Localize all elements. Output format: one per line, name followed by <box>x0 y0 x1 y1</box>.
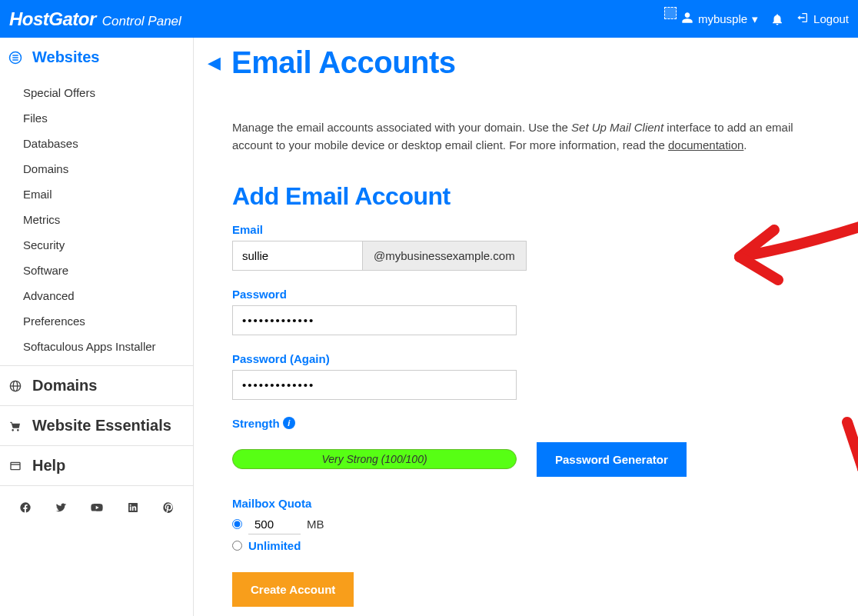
sidebar-section-essentials[interactable]: Website Essentials <box>0 406 193 445</box>
bell-icon[interactable] <box>770 12 784 26</box>
username: mybusple <box>698 12 747 25</box>
pinterest-icon[interactable] <box>162 501 175 517</box>
linkedin-icon[interactable] <box>127 501 139 517</box>
cart-icon <box>8 420 23 432</box>
intro-em: Set Up Mail Client <box>571 121 663 134</box>
sidebar-item-domains[interactable]: Domains <box>0 156 193 181</box>
quota-unlimited-label: Unlimited <box>248 539 301 552</box>
quota-radio-mb[interactable] <box>232 519 242 529</box>
strength-label-text: Strength <box>232 417 280 430</box>
sidebar-item-security[interactable]: Security <box>0 232 193 258</box>
chevron-down-icon: ▾ <box>752 12 758 26</box>
sidebar-item-advanced[interactable]: Advanced <box>0 283 193 308</box>
topbar-right: mybusple ▾ Logout <box>664 12 849 26</box>
facebook-icon[interactable] <box>19 501 32 517</box>
strength-label: Strength i <box>232 417 820 430</box>
password-generator-button[interactable]: Password Generator <box>537 442 687 477</box>
email-domain: @mybusinessexample.com <box>363 241 527 271</box>
youtube-icon[interactable] <box>90 501 104 517</box>
intro-before: Manage the email accounts associated wit… <box>232 121 571 134</box>
user-menu[interactable]: mybusple ▾ <box>664 12 758 26</box>
info-icon[interactable]: i <box>283 417 295 429</box>
sidebar-section-title: Websites <box>32 48 99 66</box>
sidebar-item-special-offers[interactable]: Special Offers <box>0 80 193 105</box>
broken-image-icon <box>664 7 677 19</box>
password-input[interactable] <box>232 305 517 335</box>
quota-unit: MB <box>307 518 324 531</box>
password-again-input[interactable] <box>232 370 517 400</box>
page-title-row: ◀ Email Accounts <box>194 38 858 83</box>
intro-after: . <box>743 138 747 152</box>
person-icon <box>681 12 693 26</box>
create-account-button[interactable]: Create Account <box>232 572 354 607</box>
password-label: Password <box>232 288 820 301</box>
globe-icon <box>8 380 23 392</box>
sidebar-section-title: Website Essentials <box>32 417 171 435</box>
brand-main: HostGator <box>9 8 96 30</box>
sidebar-section-title: Help <box>32 457 65 474</box>
sidebar-section-title: Domains <box>32 377 97 395</box>
main: ◀ Email Accounts Manage the email accoun… <box>194 38 858 616</box>
strength-bar: Very Strong (100/100) <box>232 449 517 469</box>
intro-text: Manage the email accounts associated wit… <box>232 118 820 155</box>
create-row: Create Account <box>232 572 820 607</box>
quota-value-input[interactable] <box>248 514 301 534</box>
sidebar-item-softaculous[interactable]: Softaculous Apps Installer <box>0 334 193 359</box>
sidebar: Websites Special Offers Files Databases … <box>0 38 194 616</box>
email-label: Email <box>232 223 820 236</box>
quota-option-mb[interactable]: MB <box>232 514 820 534</box>
logout-label: Logout <box>813 12 849 25</box>
email-input[interactable] <box>232 241 363 271</box>
social-row <box>0 486 193 532</box>
window-icon <box>8 460 23 472</box>
documentation-link[interactable]: documentation <box>668 138 743 152</box>
email-row: @mybusinessexample.com <box>232 241 820 271</box>
section-add-email: Add Email Account <box>232 182 820 211</box>
quota-radio-unlimited[interactable] <box>232 541 242 551</box>
sidebar-item-email[interactable]: Email <box>0 181 193 207</box>
svg-rect-7 <box>11 462 20 469</box>
back-caret-icon[interactable]: ◀ <box>208 53 221 73</box>
strength-row: Very Strong (100/100) Password Generator <box>232 442 820 477</box>
sidebar-section-domains[interactable]: Domains <box>0 366 193 405</box>
quota-block: MB Unlimited <box>232 514 820 552</box>
sidebar-item-metrics[interactable]: Metrics <box>0 207 193 232</box>
topbar: HostGator Control Panel mybusple ▾ Logou… <box>0 0 858 38</box>
page-title: Email Accounts <box>231 45 456 80</box>
brand-sub: Control Panel <box>102 14 181 29</box>
sidebar-section-help[interactable]: Help <box>0 446 193 485</box>
sidebar-item-preferences[interactable]: Preferences <box>0 308 193 334</box>
twitter-icon[interactable] <box>55 501 67 517</box>
sidebar-item-databases[interactable]: Databases <box>0 131 193 156</box>
list-icon <box>8 51 23 65</box>
quota-option-unlimited[interactable]: Unlimited <box>232 539 820 552</box>
sidebar-item-software[interactable]: Software <box>0 258 193 283</box>
sidebar-items: Special Offers Files Databases Domains E… <box>0 77 193 365</box>
brand: HostGator Control Panel <box>9 8 181 30</box>
panel: Manage the email accounts associated wit… <box>209 97 843 616</box>
quota-label: Mailbox Quota <box>232 497 820 510</box>
sidebar-item-files[interactable]: Files <box>0 105 193 131</box>
logout-icon <box>796 12 809 26</box>
sidebar-section-websites[interactable]: Websites <box>0 38 193 77</box>
logout-button[interactable]: Logout <box>796 12 849 26</box>
password2-label: Password (Again) <box>232 352 820 365</box>
